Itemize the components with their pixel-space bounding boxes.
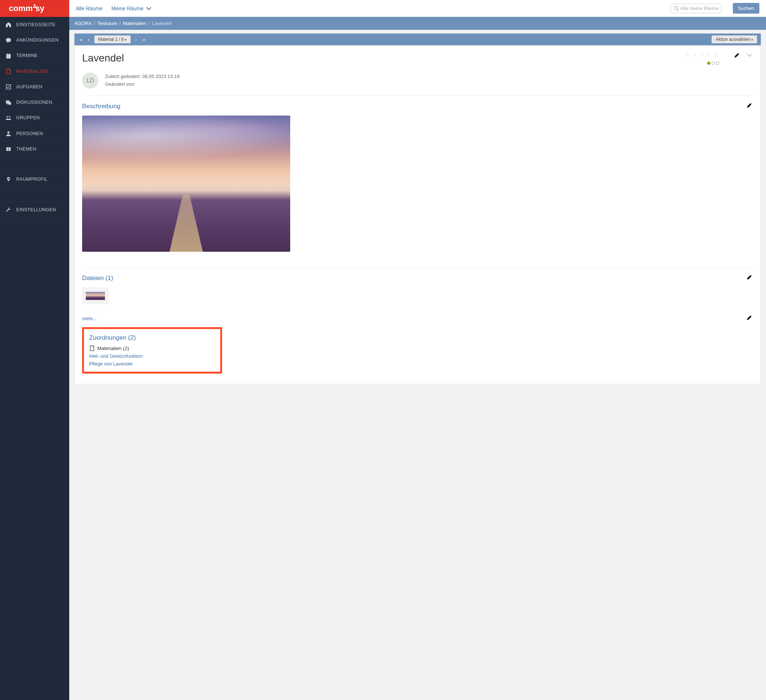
first-page-button[interactable]: « bbox=[78, 36, 84, 43]
file-icon bbox=[89, 345, 95, 351]
nav-label: EINSTELLUNGEN bbox=[16, 207, 56, 212]
nav-label: AUFGABEN bbox=[16, 84, 42, 89]
user-icon bbox=[5, 130, 12, 136]
my-rooms-label: Meine Räume bbox=[111, 6, 143, 11]
assignments-subheading: Materialien (2) bbox=[97, 346, 129, 351]
svg-text:sy: sy bbox=[35, 4, 44, 13]
breadcrumb-current: Lavendel bbox=[152, 21, 172, 26]
pin-icon bbox=[5, 176, 12, 183]
nav-label: MATERIALIEN bbox=[16, 69, 48, 74]
description-heading: Beschreibung bbox=[82, 103, 120, 110]
page-title: Lavendel bbox=[82, 52, 124, 64]
search-button[interactable]: Suchen bbox=[733, 3, 760, 14]
assignment-link[interactable]: Pflege von Lavendel bbox=[89, 361, 215, 367]
nav-label: RAUMPROFIL bbox=[16, 177, 47, 182]
breadcrumb-link[interactable]: AGORA bbox=[74, 21, 92, 26]
author-avatar: LD bbox=[82, 73, 98, 89]
group-icon bbox=[5, 115, 12, 121]
status-dots bbox=[685, 60, 719, 66]
nav-diskussionen[interactable]: DISKUSSIONEN bbox=[0, 95, 69, 110]
next-page-button[interactable]: › bbox=[134, 36, 138, 43]
more-files-link[interactable]: mehr... bbox=[82, 316, 753, 321]
breadcrumb-link[interactable]: Materialien bbox=[123, 21, 147, 26]
last-changed-label: Zuletzt geändert: 08.05.2023 13:19 bbox=[105, 73, 179, 81]
nav-themen[interactable]: THEMEN bbox=[0, 141, 69, 157]
assignments-highlight: Zuordnungen (2) Materialien (2) Heil- un… bbox=[82, 327, 222, 374]
material-position-dropdown[interactable]: Material 1 / 8▾ bbox=[94, 35, 131, 43]
edit-assignments-button[interactable] bbox=[747, 314, 753, 323]
chevron-down-icon bbox=[146, 6, 152, 11]
changed-by-label: Geändert von: bbox=[105, 81, 179, 88]
search-box[interactable] bbox=[670, 4, 722, 13]
logo[interactable]: commsy bbox=[0, 0, 69, 17]
breadcrumb: AGORA/Testraum/Materialien/Lavendel bbox=[69, 17, 766, 30]
check-icon bbox=[5, 84, 12, 90]
chat-icon bbox=[5, 99, 12, 105]
nav-label: DISKUSSIONEN bbox=[16, 100, 52, 105]
nav-ankündigungen[interactable]: ANKÜNDIGUNGEN bbox=[0, 32, 69, 48]
nav-label: TERMINE bbox=[16, 53, 38, 58]
nav-termine[interactable]: TERMINE bbox=[0, 48, 69, 64]
edit-files-button[interactable] bbox=[747, 274, 753, 282]
nav-materialien[interactable]: MATERIALIEN bbox=[0, 64, 69, 79]
description-image bbox=[82, 115, 290, 252]
breadcrumb-link[interactable]: Testraum bbox=[98, 21, 117, 26]
last-page-button[interactable]: » bbox=[141, 36, 147, 43]
nav-personen[interactable]: PERSONEN bbox=[0, 126, 69, 141]
nav-label: GRUPPEN bbox=[16, 115, 40, 120]
book-icon bbox=[5, 146, 12, 152]
nav-einstellungen[interactable]: EINSTELLUNGEN bbox=[0, 202, 69, 218]
material-nav-strip: « ‹ Material 1 / 8▾ › » Aktion auswählen… bbox=[74, 33, 761, 45]
assignments-heading: Zuordnungen (2) bbox=[89, 334, 136, 341]
topbar: Alle Räume Meine Räume Suchen bbox=[69, 0, 766, 17]
nav-label: THEMEN bbox=[16, 147, 36, 152]
assignment-link[interactable]: Heil- und Gewürzfunktion bbox=[89, 353, 215, 359]
prev-page-button[interactable]: ‹ bbox=[87, 36, 91, 43]
edit-description-button[interactable] bbox=[747, 102, 753, 111]
material-card: Lavendel ☆ ☆ ☆ ☆ ☆ LD Zuletzt geändert: … bbox=[74, 45, 761, 384]
action-select-label: Aktion auswählen bbox=[715, 37, 750, 42]
nav-label: EINSTIEGSSEITE bbox=[16, 22, 55, 27]
file-icon bbox=[5, 68, 12, 74]
search-icon bbox=[674, 6, 679, 11]
svg-text:comm: comm bbox=[9, 4, 33, 13]
wrench-icon bbox=[5, 207, 12, 213]
sidebar: commsy EINSTIEGSSEITEANKÜNDIGUNGENTERMIN… bbox=[0, 0, 69, 700]
nav-label: PERSONEN bbox=[16, 131, 43, 136]
edit-title-button[interactable] bbox=[734, 52, 741, 61]
all-rooms-link[interactable]: Alle Räume bbox=[76, 6, 102, 11]
action-select-dropdown[interactable]: Aktion auswählen▾ bbox=[712, 35, 757, 43]
nav-einstiegsseite[interactable]: EINSTIEGSSEITE bbox=[0, 17, 69, 32]
rating-stars[interactable]: ☆ ☆ ☆ ☆ ☆ bbox=[685, 52, 719, 58]
collapse-button[interactable] bbox=[747, 52, 753, 61]
my-rooms-dropdown[interactable]: Meine Räume bbox=[111, 6, 151, 11]
file-thumbnail[interactable] bbox=[82, 288, 109, 304]
nav-label: ANKÜNDIGUNGEN bbox=[16, 38, 59, 43]
search-input[interactable] bbox=[680, 6, 719, 11]
nav-gruppen[interactable]: GRUPPEN bbox=[0, 111, 69, 126]
material-position-label: Material 1 / 8 bbox=[98, 37, 124, 42]
home-icon bbox=[5, 21, 12, 28]
nav-raumprofil[interactable]: RAUMPROFIL bbox=[0, 172, 69, 187]
files-heading: Dateien (1) bbox=[82, 275, 113, 282]
nav-aufgaben[interactable]: AUFGABEN bbox=[0, 79, 69, 95]
bubble-icon bbox=[5, 37, 12, 43]
calendar-icon bbox=[5, 53, 12, 59]
